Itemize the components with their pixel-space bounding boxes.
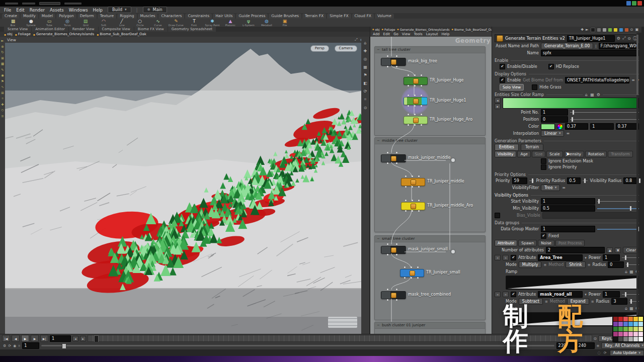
node-pin[interactable] (408, 85, 409, 86)
visibility-radius-field[interactable]: 0.8 (623, 177, 637, 184)
viewport-display-icon[interactable]: ◎ (364, 57, 367, 61)
display-light-icon[interactable] (603, 28, 606, 32)
node-pin[interactable] (414, 95, 416, 96)
expand-icon[interactable]: ⤢ (355, 38, 358, 42)
viewport-display-icon[interactable]: ◧ (363, 81, 367, 85)
desktop-selector[interactable]: Build ▾ (108, 7, 131, 13)
param-tab[interactable]: Entities (495, 144, 519, 151)
shelf-tab[interactable]: Hair Utils (213, 14, 235, 19)
viewport-tool-icon[interactable]: ⊠ (1, 57, 4, 60)
asset-name-button[interactable]: Generate_Terrain_E.00 (541, 43, 593, 49)
blue-flag-icon[interactable] (619, 28, 623, 32)
node-pin[interactable] (387, 152, 388, 153)
enable-disable-checkbox[interactable] (500, 64, 505, 69)
collapse-icon[interactable]: − (377, 47, 380, 53)
chevron-down-icon[interactable]: ▾ (585, 256, 587, 260)
node-pin[interactable] (412, 210, 413, 212)
attribute-enable-checkbox[interactable] (511, 255, 516, 260)
taskbar-badge-icon[interactable] (637, 1, 642, 6)
realtime-icon[interactable]: ⚙ (3, 344, 6, 348)
shelf-tool[interactable]: ψ L-System (240, 19, 257, 27)
viewport-tool-icon[interactable]: ✎ (1, 68, 4, 72)
viewport-tool-icon[interactable]: ≡ (1, 115, 4, 118)
node-pin[interactable] (411, 266, 412, 268)
node-pin[interactable] (396, 289, 397, 290)
node-pin[interactable] (412, 200, 413, 201)
network-menu-item[interactable]: Go (393, 32, 398, 36)
menu-item[interactable]: Windows (69, 8, 88, 13)
magnifier-icon[interactable]: ⊙ (630, 28, 633, 32)
node-pin[interactable] (408, 74, 409, 76)
shelf-tab[interactable]: Muscles (138, 14, 158, 19)
node-pin[interactable] (405, 175, 407, 177)
node-pin[interactable] (404, 277, 406, 279)
play-button[interactable]: ▶ (21, 335, 29, 342)
pane-tab[interactable]: Geometry Spreadsheet (168, 27, 216, 32)
shelf-tool[interactable]: ▲ Platonic (222, 19, 238, 27)
node-pin[interactable] (396, 254, 397, 255)
node-pin[interactable] (387, 66, 388, 67)
menu-item[interactable]: Assets (50, 8, 64, 13)
viewport-tool-icon[interactable]: ◉ (1, 74, 4, 77)
shelf-tab[interactable]: Constraints (185, 14, 212, 19)
priority-slider[interactable] (529, 178, 534, 184)
persp-pill[interactable]: Persp (310, 45, 329, 52)
green-flag-icon[interactable] (608, 28, 612, 32)
shelf-tab[interactable]: Characters (158, 14, 184, 19)
collapse-icon[interactable]: − (377, 322, 380, 328)
node-pin[interactable] (412, 175, 413, 177)
hide-grass-checkbox[interactable] (532, 84, 537, 90)
network-box-header[interactable]: −middle tree cluster (375, 138, 485, 144)
color-wheel-icon[interactable] (557, 124, 563, 130)
pane-tab[interactable]: Biome FX View (134, 27, 168, 32)
hd-replace-checkbox[interactable] (548, 64, 554, 69)
generation-subtab[interactable]: Rotation (585, 151, 607, 157)
generation-subtab[interactable]: Visibility (495, 151, 516, 157)
taskbar-tab[interactable] (39, 2, 60, 5)
viewport-display-icon[interactable]: ✚ (364, 49, 367, 53)
param-tab[interactable]: Terrain (521, 144, 543, 151)
collapse-left-icon[interactable]: « (495, 255, 501, 260)
menu-icon[interactable]: ≡ (631, 78, 635, 82)
dot-node[interactable] (450, 157, 456, 163)
method-dropdown[interactable]: Shrink (566, 261, 585, 268)
point-no-slider[interactable] (570, 110, 639, 115)
collapse-right-icon[interactable]: » (503, 255, 509, 260)
loop-icon[interactable]: ⟳ (8, 344, 11, 348)
shelf-tool[interactable]: ▦ Box (5, 19, 21, 27)
power-field[interactable]: 1 (603, 291, 620, 298)
name-field[interactable]: spfx (541, 50, 639, 56)
node-pin[interactable] (421, 105, 422, 107)
go-start-button[interactable]: |◀ (2, 335, 10, 342)
color-swatch[interactable] (541, 124, 555, 130)
display-gray-icon[interactable] (597, 28, 601, 32)
range-handle[interactable] (62, 343, 66, 349)
attribute-name-field[interactable]: mask_road_all (538, 291, 583, 298)
take-selector[interactable]: ⊕ Main (143, 7, 167, 13)
range-slider[interactable] (41, 345, 554, 346)
node-pin[interactable] (408, 105, 409, 107)
size-color-ramp[interactable] (503, 98, 639, 109)
menu-icon[interactable]: ≡ (562, 186, 566, 190)
node-pin[interactable] (396, 152, 397, 153)
ramp-next-icon[interactable]: ▸ (495, 104, 501, 109)
node-pin[interactable] (405, 186, 407, 188)
shelf-tab[interactable]: Simple FX (327, 14, 351, 19)
viewport-tool-icon[interactable]: ↻ (1, 51, 4, 54)
viewport-display-icon[interactable]: ⚑ (363, 73, 367, 77)
node-pin[interactable] (412, 186, 413, 188)
min-visibility-field[interactable]: 0.5 (541, 205, 595, 212)
network-box[interactable]: −tall tree clustermask_big_treeTR_Junipe… (374, 46, 486, 136)
viewport-display-icon[interactable]: ⌂ (364, 41, 366, 45)
collapse-icon[interactable]: − (377, 138, 380, 144)
network-box[interactable]: −middle tree clustermask_juniper_middleT… (374, 137, 486, 232)
attribute-tab[interactable]: Spawn (518, 240, 537, 246)
shelf-tab[interactable]: Terrain FX (302, 14, 326, 19)
node-pin[interactable] (414, 74, 416, 76)
ignore-exclusion-checkbox[interactable] (541, 158, 546, 164)
attribute-name-field[interactable]: Area_Tree (538, 254, 583, 261)
audio-icon[interactable]: ◉ (13, 344, 16, 348)
position-slider[interactable] (570, 117, 639, 122)
menu-item[interactable]: File (4, 8, 11, 13)
point-no-field[interactable]: 1 (541, 109, 568, 116)
